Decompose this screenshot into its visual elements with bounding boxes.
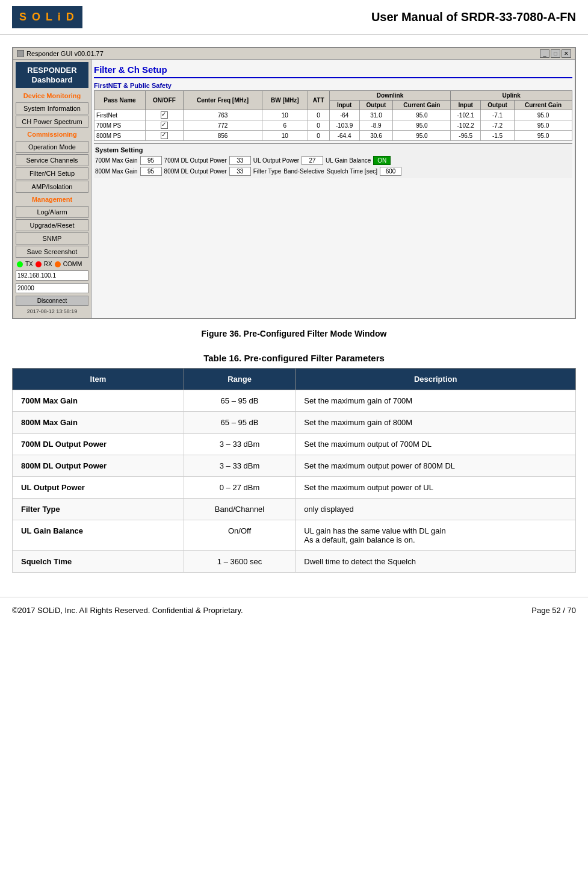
param-range: 65 – 95 dB	[184, 412, 295, 434]
footer: ©2017 SOLiD, Inc. All Rights Reserved. C…	[0, 597, 588, 623]
filter-val: Band-Selective	[283, 168, 324, 175]
panel-title: Filter & Ch Setup	[94, 62, 572, 78]
log-alarm-button[interactable]: Log/Alarm	[16, 206, 88, 218]
onoff-checkbox[interactable]	[161, 111, 168, 119]
port-input[interactable]	[16, 283, 88, 293]
th-dl-input: Input	[329, 101, 359, 110]
param-item: UL Gain Balance	[13, 520, 184, 551]
filter-setup-button[interactable]: Filter/CH Setup	[16, 167, 88, 179]
commissioning-label: Commissioning	[16, 129, 88, 140]
maximize-button[interactable]: □	[551, 49, 560, 58]
param-desc: Dwell time to detect the Squelch	[296, 551, 576, 573]
ul-input-cell: -96.5	[451, 131, 481, 141]
gui-titlebar: Responder GUI v00.01.77 _ □ ✕	[13, 48, 575, 60]
param-row: 800M Max Gain 65 – 95 dB Set the maximum…	[13, 412, 576, 434]
param-row: UL Gain Balance On/Off UL gain has the s…	[13, 520, 576, 551]
onoff-cell[interactable]	[145, 110, 183, 120]
rx-indicator	[36, 261, 42, 267]
device-monitoring-label: Device Monitoring	[16, 90, 88, 101]
app-title: Responder GUI v00.01.77	[26, 50, 104, 57]
dl-gain-cell: 95.0	[393, 120, 451, 131]
close-button[interactable]: ✕	[562, 49, 571, 58]
timestamp: 2017-08-12 13:58:19	[16, 307, 88, 316]
param-desc: only displayed	[296, 499, 576, 520]
th-passname: Pass Name	[94, 91, 146, 110]
ip-input[interactable]	[16, 270, 88, 281]
disconnect-button[interactable]: Disconnect	[16, 296, 88, 306]
squelch-input[interactable]	[380, 167, 401, 176]
sys700-input[interactable]	[140, 156, 162, 165]
param-th-desc: Description	[296, 369, 576, 390]
pass-name-cell: FirstNet	[94, 110, 146, 120]
main-panel: Filter & Ch Setup FirstNET & Public Safe…	[91, 60, 575, 318]
ul-input-cell: -102.2	[451, 120, 481, 131]
ul-output-cell: -7.1	[481, 110, 515, 120]
freq-cell: 772	[183, 120, 262, 131]
table-caption: Table 16. Pre-configured Filter Paramete…	[12, 353, 576, 363]
dl800-label: 800M DL Output Power	[164, 168, 227, 175]
system-info-button[interactable]: System Information	[16, 102, 88, 114]
th-bw: BW [MHz]	[262, 91, 308, 110]
param-item: 700M Max Gain	[13, 390, 184, 412]
param-item: 800M DL Output Power	[13, 455, 184, 477]
param-item: Squelch Time	[13, 551, 184, 573]
save-screenshot-button[interactable]: Save Screenshot	[16, 246, 88, 258]
param-row: UL Output Power 0 – 27 dBm Set the maxim…	[13, 477, 576, 499]
sidebar-brand: RESPONDER Dashboard	[16, 62, 88, 88]
ul-gain-label: UL Gain Balance	[326, 157, 371, 164]
copyright: ©2017 SOLiD, Inc. All Rights Reserved. C…	[12, 606, 243, 615]
ul-output-cell: -1.5	[481, 131, 515, 141]
param-row: 800M DL Output Power 3 – 33 dBm Set the …	[13, 455, 576, 477]
ul-input[interactable]	[302, 156, 323, 165]
param-row: 700M DL Output Power 3 – 33 dBm Set the …	[13, 434, 576, 455]
param-range: On/Off	[184, 520, 295, 551]
table-row: 700M PS 772 6 0 -103.9 -8.9 95.0 -102.2 …	[94, 120, 572, 131]
operation-mode-button[interactable]: Operation Mode	[16, 141, 88, 153]
th-ul-input: Input	[451, 101, 481, 110]
param-item: UL Output Power	[13, 477, 184, 499]
onoff-cell[interactable]	[145, 120, 183, 131]
ul-gain-cell: 95.0	[515, 110, 572, 120]
sys800-input[interactable]	[140, 167, 162, 176]
snmp-button[interactable]: SNMP	[16, 232, 88, 244]
bw-cell: 6	[262, 120, 308, 131]
page-number: Page 52 / 70	[531, 606, 576, 615]
minimize-button[interactable]: _	[540, 49, 549, 58]
th-dl-output: Output	[359, 101, 393, 110]
pass-name-cell: 700M PS	[94, 120, 146, 131]
sidebar: RESPONDER Dashboard Device Monitoring Sy…	[13, 60, 91, 318]
att-cell: 0	[308, 110, 329, 120]
dl-output-cell: 30.6	[359, 131, 393, 141]
service-channels-button[interactable]: Service Channels	[16, 154, 88, 166]
param-row: Filter Type Band/Channel only displayed	[13, 499, 576, 520]
onoff-checkbox[interactable]	[161, 122, 168, 129]
param-desc: Set the maximum gain of 800M	[296, 412, 576, 434]
ul-input-cell: -102.1	[451, 110, 481, 120]
ul-label: UL Output Power	[253, 157, 299, 164]
dl700-label: 700M DL Output Power	[164, 157, 227, 164]
sys-controls: 700M Max Gain 700M DL Output Power UL Ou…	[95, 156, 571, 165]
param-desc: Set the maximum output power of 800M DL	[296, 455, 576, 477]
amp-isolation-button[interactable]: AMP/Isolation	[16, 181, 88, 193]
onoff-checkbox[interactable]	[161, 132, 168, 139]
onoff-cell[interactable]	[145, 131, 183, 141]
dl-input-cell: -103.9	[329, 120, 359, 131]
th-downlink: Downlink	[329, 91, 451, 101]
figure-caption: Figure 36. Pre-Configured Filter Mode Wi…	[12, 329, 576, 338]
ch-power-button[interactable]: CH Power Spectrum	[16, 116, 88, 128]
dl800-input[interactable]	[229, 167, 251, 176]
bw-cell: 10	[262, 131, 308, 141]
param-item: 700M DL Output Power	[13, 434, 184, 455]
ul-gain-cell: 95.0	[515, 131, 572, 141]
param-desc: UL gain has the same value with DL gainA…	[296, 520, 576, 551]
dl-output-cell: -8.9	[359, 120, 393, 131]
management-label: Management	[16, 194, 88, 205]
comm-label: COMM	[63, 261, 82, 267]
dl700-input[interactable]	[229, 156, 251, 165]
gui-body: RESPONDER Dashboard Device Monitoring Sy…	[13, 60, 575, 318]
param-desc: Set the maximum output of 700M DL	[296, 434, 576, 455]
sys-controls-2: 800M Max Gain 800M DL Output Power Filte…	[95, 167, 571, 176]
param-row: Squelch Time 1 – 3600 sec Dwell time to …	[13, 551, 576, 573]
upgrade-reset-button[interactable]: Upgrade/Reset	[16, 219, 88, 231]
ul-gain-button[interactable]: ON	[373, 156, 391, 165]
